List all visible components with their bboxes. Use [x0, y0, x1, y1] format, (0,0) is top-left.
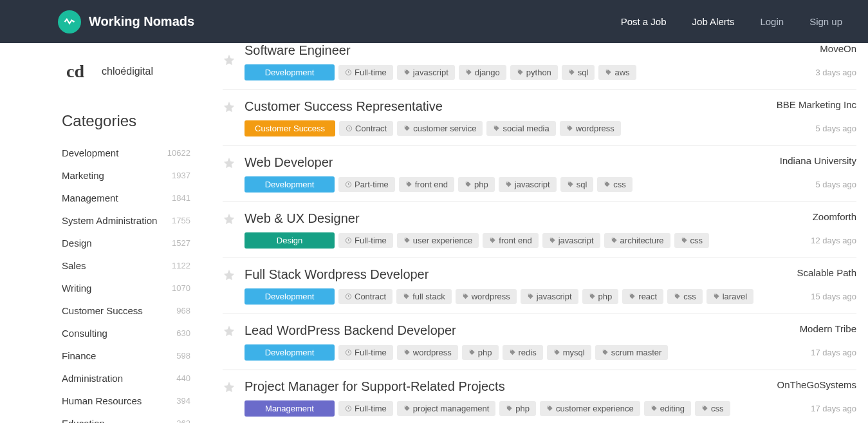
skill-tag[interactable]: php [462, 345, 499, 360]
skill-tag[interactable]: react [622, 289, 663, 304]
category-badge[interactable]: Development [245, 176, 335, 193]
star-icon[interactable] [223, 53, 235, 66]
job-company[interactable]: OnTheGoSystems [777, 379, 856, 390]
skill-tag[interactable]: customer service [397, 121, 483, 136]
skill-tag[interactable]: customer experience [540, 401, 640, 416]
skill-tag[interactable]: css [674, 233, 710, 248]
category-item[interactable]: Marketing1937 [62, 164, 190, 187]
job-card: Project Manager for Support-Related Proj… [223, 370, 856, 423]
skill-tag[interactable]: social media [486, 121, 555, 136]
nav-login[interactable]: Login [760, 16, 784, 27]
job-type-tag[interactable]: Contract [338, 289, 392, 304]
category-item[interactable]: Sales1122 [62, 254, 190, 277]
skill-tag[interactable]: editing [644, 401, 691, 416]
skill-tag[interactable]: css [695, 401, 730, 416]
category-name: Management [62, 193, 118, 203]
skill-tag[interactable]: sql [560, 177, 594, 192]
star-icon[interactable] [223, 381, 235, 393]
skill-tag[interactable]: wordpress [456, 289, 517, 304]
category-item[interactable]: Development10622 [62, 142, 190, 164]
job-type-tag[interactable]: Contract [339, 121, 393, 136]
job-type-tag[interactable]: Full-time [338, 345, 393, 360]
skill-tag[interactable]: aws [598, 65, 636, 80]
category-name: Administration [62, 373, 123, 384]
skill-tag[interactable]: laravel [706, 289, 753, 304]
job-title[interactable]: Customer Success Representative [245, 99, 443, 114]
skill-tag[interactable]: css [597, 177, 633, 192]
star-icon[interactable] [223, 156, 235, 169]
skill-tag[interactable]: wordpress [397, 345, 458, 360]
job-company[interactable]: BBE Marketing Inc [777, 99, 856, 110]
job-type-tag[interactable]: Full-time [338, 401, 393, 416]
category-count: 968 [176, 306, 190, 315]
job-title[interactable]: Web Developer [245, 155, 333, 170]
nav-post-job[interactable]: Post a Job [621, 16, 667, 27]
job-company[interactable]: Indiana University [780, 155, 856, 166]
job-title[interactable]: Full Stack Wordpress Developer [245, 267, 429, 282]
job-title[interactable]: Web & UX Designer [245, 211, 360, 226]
skill-tag[interactable]: javascript [521, 289, 578, 304]
category-badge[interactable]: Development [245, 344, 335, 361]
job-company[interactable]: Scalable Path [797, 267, 856, 278]
star-icon[interactable] [223, 212, 235, 225]
skill-tag[interactable]: architecture [604, 233, 670, 248]
skill-tag[interactable]: wordpress [560, 121, 621, 136]
job-type-tag[interactable]: Full-time [338, 233, 393, 248]
job-company[interactable]: MoveOn [820, 43, 856, 54]
skill-tag[interactable]: mysql [547, 345, 591, 360]
skill-tag[interactable]: php [458, 177, 495, 192]
job-title[interactable]: Project Manager for Support-Related Proj… [245, 379, 505, 394]
skill-tag[interactable]: python [510, 65, 558, 80]
skill-tag[interactable]: full stack [396, 289, 452, 304]
category-item[interactable]: Customer Success968 [62, 299, 190, 322]
star-icon[interactable] [223, 324, 235, 337]
skill-tag[interactable]: front end [483, 233, 538, 248]
category-item[interactable]: System Administration1755 [62, 209, 190, 232]
category-name: Design [62, 238, 92, 249]
nav-signup[interactable]: Sign up [809, 16, 842, 27]
job-type-tag[interactable]: Full-time [338, 65, 393, 80]
skill-tag[interactable]: front end [399, 177, 454, 192]
sidebar: Featured Remote Companies cd chloédigita… [0, 0, 206, 423]
star-icon[interactable] [223, 100, 235, 113]
job-meta: Customer SuccessContractcustomer service… [245, 120, 856, 136]
category-name: Finance [62, 350, 96, 361]
category-badge[interactable]: Design [245, 232, 335, 249]
skill-tag[interactable]: redis [503, 345, 543, 360]
category-badge[interactable]: Customer Success [245, 120, 335, 136]
category-item[interactable]: Writing1070 [62, 277, 190, 299]
category-badge[interactable]: Development [245, 64, 335, 80]
skill-tag[interactable]: css [667, 289, 703, 304]
skill-tag[interactable]: project management [397, 401, 496, 416]
category-item[interactable]: Education262 [62, 412, 190, 423]
job-title[interactable]: Software Engineer [245, 43, 351, 58]
category-name: Customer Success [62, 305, 143, 316]
skill-tag[interactable]: sql [562, 65, 595, 80]
category-item[interactable]: Management1841 [62, 187, 190, 209]
featured-company[interactable]: cd chloédigital [62, 58, 190, 85]
skill-tag[interactable]: javascript [542, 233, 600, 248]
skill-tag[interactable]: php [499, 401, 536, 416]
category-badge[interactable]: Development [245, 288, 335, 305]
skill-tag[interactable]: user experience [397, 233, 479, 248]
category-count: 1070 [172, 283, 190, 293]
category-badge[interactable]: Management [245, 400, 335, 417]
job-company[interactable]: Modern Tribe [800, 323, 856, 334]
category-item[interactable]: Consulting630 [62, 322, 190, 344]
skill-tag[interactable]: javascript [499, 177, 557, 192]
skill-tag[interactable]: php [582, 289, 619, 304]
category-item[interactable]: Design1527 [62, 232, 190, 254]
skill-tag[interactable]: javascript [397, 65, 455, 80]
nav: Post a Job Job Alerts Login Sign up [621, 16, 842, 27]
category-item[interactable]: Human Resources394 [62, 390, 190, 412]
job-type-tag[interactable]: Part-time [338, 177, 395, 192]
skill-tag[interactable]: scrum master [595, 345, 669, 360]
job-company[interactable]: Zoomforth [813, 211, 856, 222]
job-title[interactable]: Lead WordPress Backend Developer [245, 323, 456, 338]
category-item[interactable]: Administration440 [62, 367, 190, 390]
category-item[interactable]: Finance598 [62, 344, 190, 367]
logo[interactable]: Working Nomads [58, 10, 194, 33]
star-icon[interactable] [223, 268, 235, 281]
nav-job-alerts[interactable]: Job Alerts [692, 16, 735, 27]
skill-tag[interactable]: django [459, 65, 506, 80]
